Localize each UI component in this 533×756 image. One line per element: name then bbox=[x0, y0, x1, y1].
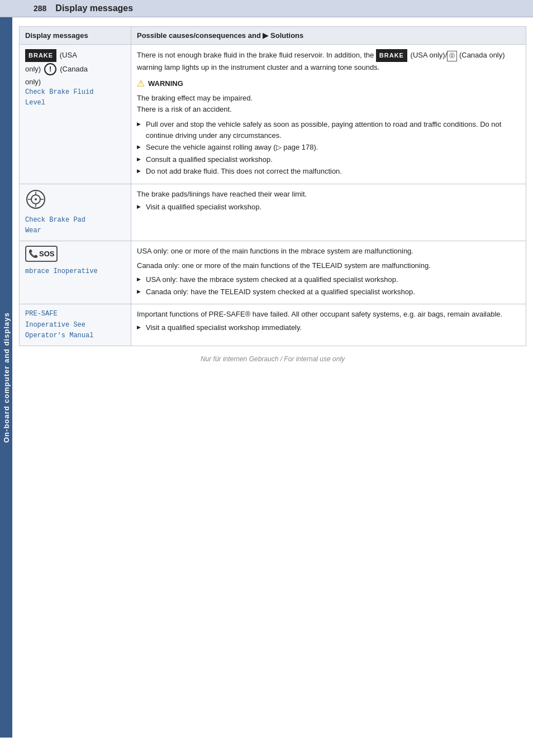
brake-pad-bullets: Visit a qualified specialist workshop. bbox=[137, 202, 520, 213]
warning-block: ⚠ WARNING The braking effect may be impa… bbox=[137, 77, 520, 114]
display-cell-brake-fluid: BRAKE (USA only) ! (Canada only) Check B… bbox=[20, 45, 131, 184]
brake-pad-display-text: Check Brake PadWear bbox=[25, 215, 125, 236]
display-cell-pre-safe: PRE-SAFEInoperative SeeOperator's Manual bbox=[20, 304, 131, 346]
causes-cell-sos: USA only: one or more of the main functi… bbox=[131, 241, 526, 304]
page-footer: Nur für internen Gebrauch / For internal… bbox=[19, 346, 526, 372]
brake-pad-icon bbox=[25, 189, 46, 210]
footer-text: Nur für internen Gebrauch / For internal… bbox=[201, 355, 345, 363]
bullet-item: Visit a qualified specialist workshop. bbox=[137, 202, 520, 213]
sos-desc1: USA only: one or more of the main functi… bbox=[137, 246, 520, 257]
brake-only-text: only) bbox=[25, 64, 41, 75]
col-header-causes: Possible causes/consequences and ▶ Solut… bbox=[131, 27, 526, 45]
pre-safe-bullets: Visit a qualified specialist workshop im… bbox=[137, 322, 520, 333]
pre-safe-desc: Important functions of PRE-SAFE® have fa… bbox=[137, 309, 520, 320]
warning-triangle-icon: ⚠ bbox=[137, 77, 145, 90]
causes-cell-brake-pad: The brake pads/linings have reached thei… bbox=[131, 184, 526, 241]
table-row: Check Brake PadWear The brake pads/linin… bbox=[20, 184, 526, 241]
sos-icon: 📞 SOS bbox=[25, 246, 58, 262]
main-content: Display messages Possible causes/consequ… bbox=[12, 17, 533, 738]
table-row: PRE-SAFEInoperative SeeOperator's Manual… bbox=[20, 304, 526, 346]
display-table: Display messages Possible causes/consequ… bbox=[19, 26, 526, 346]
sos-desc2: Canada only: one or more of the main fun… bbox=[137, 260, 520, 271]
table-row: 📞 SOS mbrace Inoperative USA only: one o… bbox=[20, 241, 526, 304]
sidebar-label: On-board computer and displays bbox=[2, 312, 11, 443]
col-header-display: Display messages bbox=[20, 27, 131, 45]
display-cell-sos: 📞 SOS mbrace Inoperative bbox=[20, 241, 131, 304]
causes-cell-brake-fluid: There is not enough brake fluid in the b… bbox=[131, 45, 526, 184]
warning-title: WARNING bbox=[148, 78, 183, 89]
table-row: BRAKE (USA only) ! (Canada only) Check B… bbox=[20, 45, 526, 184]
bullet-item: Pull over and stop the vehicle safely as… bbox=[137, 119, 520, 141]
sos-bullets: USA only: have the mbrace system checked… bbox=[137, 274, 520, 297]
phone-icon: 📞 bbox=[28, 248, 38, 260]
bullet-item: USA only: have the mbrace system checked… bbox=[137, 274, 520, 285]
page-header: 288 Display messages bbox=[0, 0, 533, 17]
warning-line2: There is a risk of an accident. bbox=[137, 104, 520, 115]
brake-pad-desc: The brake pads/linings have reached thei… bbox=[137, 189, 520, 200]
bullet-item: Secure the vehicle against rolling away … bbox=[137, 142, 520, 153]
canada-icon: ! bbox=[44, 63, 56, 75]
sos-display-text: mbrace Inoperative bbox=[25, 266, 125, 277]
brake-only2-text: only) bbox=[25, 76, 125, 88]
warning-header: ⚠ WARNING bbox=[137, 77, 520, 90]
brake-canada-text: (Canada bbox=[60, 64, 88, 75]
page-number: 288 bbox=[34, 4, 46, 13]
bullet-item: Consult a qualified specialist workshop. bbox=[137, 154, 520, 165]
sos-text: SOS bbox=[39, 248, 54, 260]
warning-line1: The braking effect may be impaired. bbox=[137, 93, 520, 104]
page-title: Display messages bbox=[55, 3, 133, 13]
bullet-item: Canada only: have the TELEAID system che… bbox=[137, 286, 520, 298]
inline-brake-icon: BRAKE bbox=[376, 49, 407, 62]
brake-fluid-desc: There is not enough brake fluid in the b… bbox=[137, 49, 520, 73]
brake-icon: BRAKE bbox=[25, 49, 56, 62]
sidebar: On-board computer and displays bbox=[0, 17, 12, 738]
causes-cell-pre-safe: Important functions of PRE-SAFE® have fa… bbox=[131, 304, 526, 346]
bullet-item: Visit a qualified specialist workshop im… bbox=[137, 322, 520, 333]
bullet-item: Do not add brake fluid. This does not co… bbox=[137, 166, 520, 177]
brake-fluid-bullets: Pull over and stop the vehicle safely as… bbox=[137, 119, 520, 177]
brake-fluid-display-text: Check Brake FluidLevel bbox=[25, 87, 125, 108]
main-layout: On-board computer and displays Display m… bbox=[0, 17, 533, 738]
display-cell-brake-pad: Check Brake PadWear bbox=[20, 184, 131, 241]
inline-canada-icon: ⓪ bbox=[447, 51, 457, 61]
brake-usa-text: (USA bbox=[60, 51, 77, 59]
svg-point-6 bbox=[35, 198, 37, 200]
pre-safe-display-text: PRE-SAFEInoperative SeeOperator's Manual bbox=[25, 309, 125, 341]
